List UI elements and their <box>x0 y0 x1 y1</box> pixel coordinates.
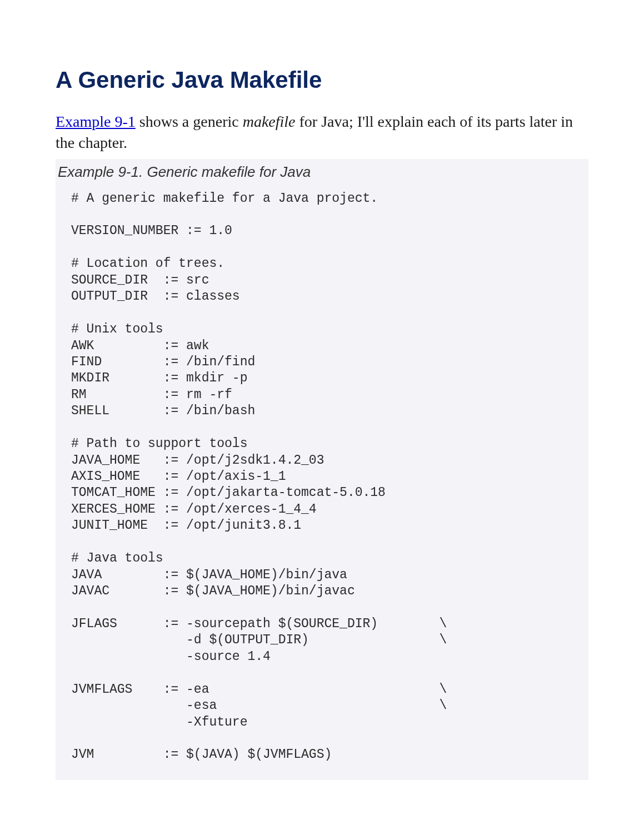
intro-text-1: shows a generic <box>136 113 243 130</box>
example-block: Example 9-1. Generic makefile for Java #… <box>56 159 588 780</box>
page-title: A Generic Java Makefile <box>56 67 588 93</box>
example-link[interactable]: Example 9-1 <box>56 113 136 130</box>
intro-italic: makefile <box>243 113 296 130</box>
intro-paragraph: Example 9-1 shows a generic makefile for… <box>56 111 588 153</box>
example-caption: Example 9-1. Generic makefile for Java <box>56 163 588 181</box>
code-listing: # A generic makefile for a Java project.… <box>56 191 588 763</box>
